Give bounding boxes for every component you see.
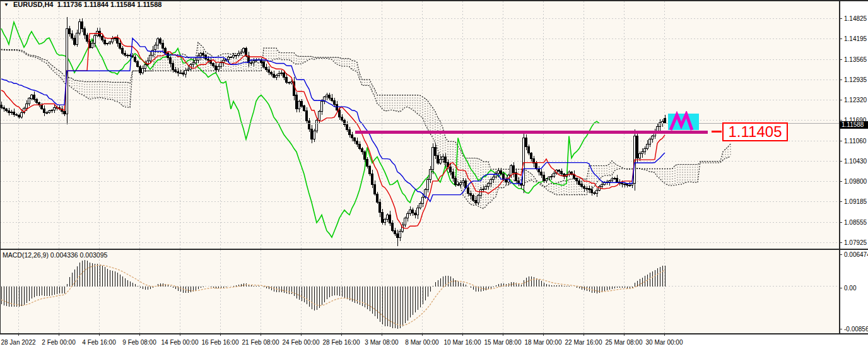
- time-axis-label: 9 Feb 08:00: [122, 339, 156, 346]
- price-axis-label: 1.07925: [844, 239, 867, 246]
- price-level-label[interactable]: 1.11405: [722, 122, 788, 141]
- time-axis[interactable]: 28 Jan 20222 Feb 00:004 Feb 16:009 Feb 0…: [1, 333, 683, 346]
- time-axis-label: 25 Mar 08:00: [606, 339, 643, 346]
- time-axis-label: 16 Feb 16:00: [202, 339, 239, 346]
- macd-axis-label: 0.00: [844, 285, 857, 292]
- price-axis-label: 1.09800: [844, 178, 867, 185]
- time-axis-label: 14 Feb 00:00: [161, 339, 199, 346]
- time-axis-label: 30 Mar 00:00: [646, 339, 683, 346]
- macd-axis-label: 0.006474: [844, 251, 868, 258]
- m-pattern-marker[interactable]: [667, 111, 700, 134]
- time-axis-label: 3 Mar 08:00: [365, 339, 399, 346]
- symbol-dropdown-icon: ▼: [4, 2, 9, 8]
- grid-lines: [0, 1, 839, 333]
- price-axis-label: 1.14195: [844, 35, 867, 42]
- price-axis[interactable]: 1.148251.141951.135651.129351.123201.116…: [839, 15, 868, 333]
- price-axis-label: 1.09185: [844, 198, 867, 205]
- price-axis-label: 1.10430: [844, 158, 867, 165]
- chikou-span-line: [1, 22, 599, 237]
- ohlc-readout: 1.11736 1.11844 1.11584 1.11588: [57, 1, 162, 8]
- price-axis-label: 1.12320: [844, 97, 867, 104]
- time-axis-label: 28 Jan 2022: [1, 339, 35, 346]
- current-price-badge: 1.11588: [840, 121, 868, 129]
- time-axis-label: 8 Mar 00:00: [405, 339, 439, 346]
- price-axis-label: 1.11060: [844, 138, 867, 145]
- macd-signal-line: [1, 265, 665, 325]
- price-axis-label: 1.14825: [844, 15, 867, 22]
- time-axis-label: 2 Feb 00:00: [42, 339, 76, 346]
- level-label-tick: [712, 131, 722, 133]
- chart-title: ▼EURUSD,H4 1.11736 1.11844 1.11584 1.115…: [4, 1, 161, 9]
- macd-indicator-label: MACD(12,26,9) 0.004336 0.003095: [3, 251, 107, 259]
- macd-axis-label: -0.00856: [844, 326, 868, 333]
- time-axis-label: 10 Mar 16:00: [444, 339, 481, 346]
- time-axis-label: 28 Feb 16:00: [323, 339, 360, 346]
- price-axis-label: 1.13565: [844, 56, 867, 63]
- time-axis-label: 21 Feb 08:00: [242, 339, 279, 346]
- time-axis-label: 4 Feb 16:00: [82, 339, 116, 346]
- support-trendline[interactable]: [355, 131, 708, 134]
- time-axis-label: 15 Mar 08:00: [484, 339, 522, 346]
- price-axis-label: 1.08555: [844, 219, 867, 226]
- chart-window: 1.148251.141951.135651.129351.123201.116…: [0, 0, 868, 349]
- time-axis-label: 24 Feb 00:00: [283, 339, 320, 346]
- symbol-timeframe: EURUSD,H4: [13, 1, 54, 8]
- macd-histogram: [1, 260, 665, 329]
- time-axis-label: 18 Mar 00:00: [525, 339, 562, 346]
- price-axis-label: 1.12935: [844, 76, 867, 83]
- main-chart-canvas[interactable]: 1.148251.141951.135651.129351.123201.116…: [0, 0, 868, 349]
- time-axis-label: 22 Mar 16:00: [565, 339, 602, 346]
- m-pattern-path: [671, 114, 692, 130]
